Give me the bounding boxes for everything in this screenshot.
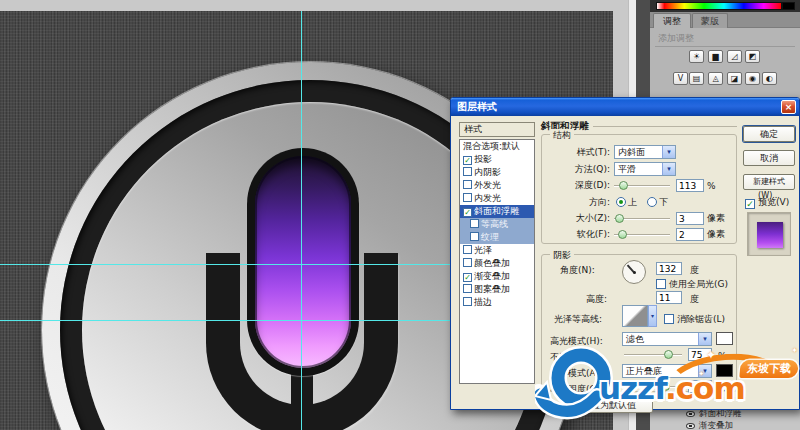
style-item-bevel-emboss[interactable]: ✓斜面和浮雕 [460,205,534,218]
style-item-stroke[interactable]: 描边 [460,296,534,309]
checkbox[interactable] [470,219,479,228]
microphone-stem-shape [291,368,313,430]
close-icon[interactable]: × [781,100,796,114]
chevron-down-icon[interactable]: ▾ [698,333,711,345]
levels-icon[interactable]: ▆ [708,50,723,63]
size-slider[interactable] [614,214,670,223]
angle-dial[interactable] [622,260,646,284]
visibility-eye-icon[interactable] [686,423,695,429]
checkbox[interactable] [656,279,666,289]
soften-slider[interactable] [614,230,670,239]
highlight-color-swatch[interactable] [716,332,733,345]
technique-select[interactable]: 平滑▾ [614,162,676,176]
checkbox[interactable] [463,284,472,293]
style-item-blending-options[interactable]: 混合选项:默认 [460,140,534,153]
checkbox[interactable]: ✓ [745,199,755,209]
shadow-opacity-slider[interactable] [624,382,682,391]
cancel-button[interactable]: 取消 [743,150,795,166]
angle-input[interactable] [656,262,682,275]
style-item-satin[interactable]: 光泽 [460,244,534,257]
highlight-opacity-slider[interactable] [624,350,682,359]
preview-checkbox[interactable]: ✓预览(V) [745,196,789,209]
checkbox[interactable] [470,232,479,241]
checkbox[interactable]: ✓ [463,156,472,165]
checkbox[interactable] [463,258,472,267]
highlight-opacity-unit: % [718,351,727,361]
shadow-color-swatch[interactable] [716,364,733,377]
direction-down-radio[interactable] [647,197,657,207]
style-item-pattern-overlay[interactable]: 图案叠加 [460,283,534,296]
direction-up-radio[interactable] [616,197,626,207]
anti-alias-checkbox[interactable]: 消除锯齿(L) [664,313,725,326]
shadow-opacity-label: 不透明度(C): [550,383,602,396]
style-preview-thumbnail [747,212,791,256]
highlight-opacity-input[interactable] [688,348,712,361]
new-style-button[interactable]: 新建样式(W)... [743,174,795,190]
use-global-light-checkbox[interactable]: 使用全局光(G) [656,278,728,291]
highlight-mode-label: 高光模式(H): [550,335,603,348]
color-spectrum-black-swatch[interactable] [782,2,795,10]
style-item-outer-glow[interactable]: 外发光 [460,179,534,192]
brightness-contrast-icon[interactable]: ☀ [689,50,704,63]
layer-effect-row[interactable]: 渐变叠加 [686,419,798,430]
altitude-input[interactable] [656,291,682,304]
size-unit: 像素 [707,212,725,225]
size-input[interactable] [676,212,704,225]
style-item-drop-shadow[interactable]: ✓投影 [460,153,534,166]
layer-style-dialog: 图层样式 × 样式 混合选项:默认 ✓投影 内阴影 外发光 内发光 ✓斜面和浮雕… [450,97,800,410]
style-item-contour[interactable]: 等高线 [460,218,534,231]
checkbox[interactable] [463,167,472,176]
black-white-icon[interactable]: ◪ [727,72,742,85]
style-item-inner-shadow[interactable]: 内阴影 [460,166,534,179]
bevel-style-select[interactable]: 内斜面▾ [614,145,676,159]
depth-label: 深度(D): [546,179,610,192]
shading-group: 阴影 角度(N): 度 使用全局光(G) 高度: 度 光泽等高线: ▾ 消除锯齿… [541,254,737,392]
tab-masks[interactable]: 蒙版 [692,13,728,28]
hue-saturation-icon[interactable]: ▤ [689,72,704,85]
chevron-down-icon[interactable]: ▾ [698,365,711,377]
chevron-down-icon[interactable]: ▾ [662,163,675,175]
exposure-icon[interactable]: ◩ [745,50,760,63]
style-item-inner-glow[interactable]: 内发光 [460,192,534,205]
vibrance-icon[interactable]: V [673,72,688,85]
style-label: 样式(T): [546,146,610,159]
dialog-titlebar[interactable]: 图层样式 [451,98,799,116]
chevron-down-icon[interactable]: ▾ [662,146,675,158]
depth-input[interactable] [676,179,704,192]
channel-mixer-icon[interactable]: ◐ [762,72,777,85]
chevron-down-icon[interactable]: ▾ [648,305,657,327]
color-spectrum-bar[interactable] [656,2,782,10]
highlight-mode-select[interactable]: 滤色▾ [622,332,712,346]
ok-button[interactable]: 确定 [743,126,795,142]
microphone-capsule-purple [255,156,351,368]
curves-icon[interactable]: ◿ [727,50,742,63]
checkbox[interactable] [463,245,472,254]
depth-slider[interactable] [614,181,670,190]
gloss-contour-label: 光泽等高线: [554,313,602,326]
soften-label: 软化(F): [546,228,610,241]
checkbox[interactable] [463,193,472,202]
style-item-texture[interactable]: 纹理 [460,231,534,244]
altitude-label: 高度: [586,293,607,306]
direction-label: 方向: [546,196,610,209]
method-label: 方法(Q): [546,163,610,176]
style-item-color-overlay[interactable]: 颜色叠加 [460,257,534,270]
checkbox[interactable] [664,314,674,324]
visibility-eye-icon[interactable] [686,411,695,417]
photo-filter-icon[interactable]: ◉ [745,72,760,85]
gloss-contour-swatch[interactable] [622,305,648,327]
effect-label: 渐变叠加 [699,420,733,430]
set-default-button[interactable]: 设置为默认值 [565,398,653,413]
style-item-gradient-overlay[interactable]: ✓渐变叠加 [460,270,534,283]
tab-adjustments[interactable]: 调整 [653,13,691,28]
shadow-opacity-input[interactable] [688,380,712,393]
shadow-mode-label: 阴影模式(A): [550,367,602,380]
color-balance-icon[interactable]: ◬ [708,72,723,85]
soften-input[interactable] [676,228,704,241]
checkbox[interactable]: ✓ [463,273,472,282]
checkbox[interactable] [463,297,472,306]
checkbox[interactable]: ✓ [463,208,472,217]
shadow-mode-select[interactable]: 正片叠底▾ [622,364,712,378]
checkbox[interactable] [463,180,472,189]
color-panel-edge [650,0,800,12]
